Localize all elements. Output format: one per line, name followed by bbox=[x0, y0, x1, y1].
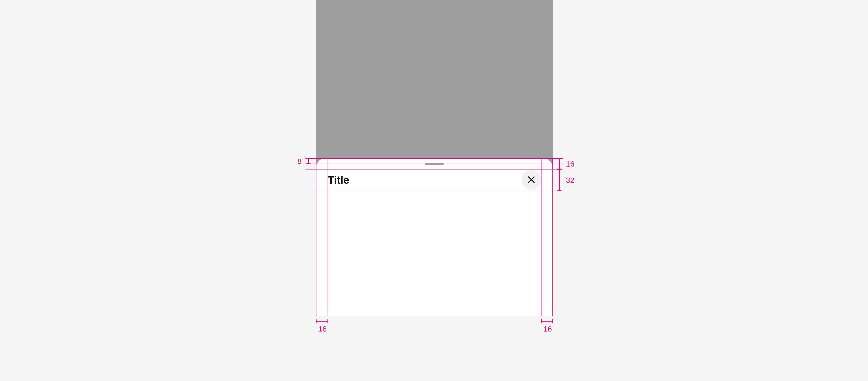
guide-header-top bbox=[306, 169, 563, 169]
guide-sheet-right-edge bbox=[553, 158, 553, 316]
annotation-header-top-gap: 16 bbox=[566, 160, 575, 168]
bottom-sheet: Title bbox=[316, 158, 553, 316]
ibeam-32-top bbox=[557, 169, 561, 170]
annotation-header-height: 32 bbox=[566, 176, 575, 184]
spec-stage: Title 8 16 32 bbox=[258, 0, 610, 381]
ibeam-8-top bbox=[307, 158, 311, 159]
hbeam-right-capL bbox=[541, 319, 542, 323]
guide-handle-top bbox=[306, 164, 563, 164]
guide-sheet-left-edge bbox=[316, 158, 316, 316]
annotation-padding-left: 16 bbox=[318, 325, 327, 332]
annotation-handle-gap: 8 bbox=[298, 157, 302, 165]
guide-inner-right bbox=[541, 158, 541, 316]
ibeam-16-stem bbox=[559, 158, 560, 169]
ibeam-8-bot bbox=[307, 163, 311, 164]
sheet-header: Title bbox=[316, 169, 553, 191]
hbeam-right-stem bbox=[541, 321, 553, 322]
hbeam-left-stem bbox=[316, 321, 328, 322]
guide-inner-left bbox=[328, 158, 328, 316]
close-icon bbox=[527, 175, 536, 185]
ibeam-16-top bbox=[557, 158, 561, 159]
close-button[interactable] bbox=[522, 170, 541, 190]
hbeam-left-capR bbox=[328, 319, 328, 323]
ibeam-8-stem bbox=[308, 158, 309, 164]
hbeam-right-capR bbox=[552, 319, 553, 323]
sheet-title: Title bbox=[328, 174, 349, 186]
guide-sheet-top bbox=[306, 158, 563, 159]
ibeam-32-bot bbox=[557, 190, 561, 191]
backdrop-scrim bbox=[316, 0, 553, 165]
guide-header-bottom bbox=[306, 191, 563, 191]
hbeam-left-capL bbox=[316, 319, 317, 323]
annotation-padding-right: 16 bbox=[544, 325, 552, 332]
ibeam-32-stem bbox=[559, 169, 560, 191]
